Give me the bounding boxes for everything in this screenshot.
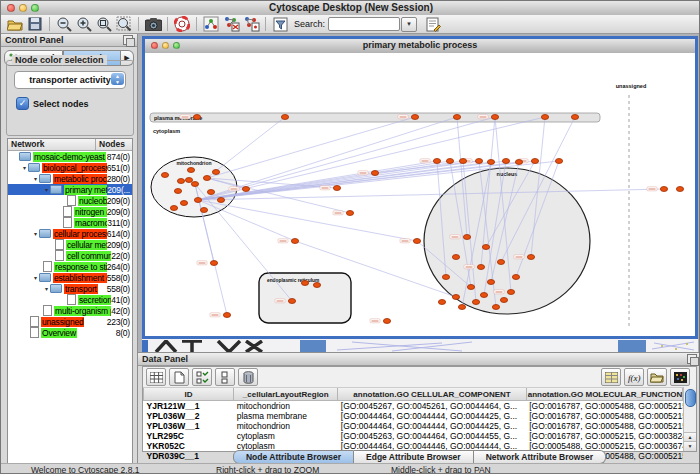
graph-node[interactable] xyxy=(346,211,353,216)
graph-node[interactable] xyxy=(527,255,534,260)
delete-attribute-icon[interactable] xyxy=(238,368,258,386)
search-input[interactable] xyxy=(328,17,400,31)
table-column-header[interactable]: annotation.GO CELLULAR_COMPONENT xyxy=(338,388,526,401)
attribute-editor-icon[interactable] xyxy=(670,368,690,386)
attribute-matrix-icon[interactable] xyxy=(601,368,621,386)
graph-node[interactable] xyxy=(185,178,192,183)
tree-item[interactable]: cell communicat22(0) xyxy=(8,250,132,261)
graph-node[interactable] xyxy=(371,171,378,176)
graph-node[interactable] xyxy=(288,299,295,304)
graph-node[interactable] xyxy=(413,239,420,244)
table-scrollbar[interactable]: ▲ ▼ xyxy=(683,387,696,451)
tree-item[interactable]: ▾primary metabo209(... xyxy=(8,184,132,195)
table-row[interactable]: YPL036W__1mitochondrion[GO:0044464, GO:0… xyxy=(144,421,683,431)
import-attributes-icon[interactable] xyxy=(647,368,667,386)
graph-node[interactable] xyxy=(191,182,198,187)
select-nodes-checkbox[interactable]: ✓ xyxy=(16,97,29,110)
graph-node[interactable] xyxy=(500,298,507,303)
function-builder-icon[interactable]: f(x) xyxy=(624,368,644,386)
unselect-attributes-icon[interactable] xyxy=(215,368,235,386)
graph-node[interactable] xyxy=(301,281,308,286)
table-row[interactable]: YJR121W__1mitochondrion[GO:0045267, GO:0… xyxy=(144,401,683,412)
graph-node[interactable] xyxy=(383,319,390,324)
graph-node[interactable] xyxy=(676,187,683,192)
graph-node[interactable] xyxy=(438,300,445,305)
graph-node[interactable] xyxy=(571,115,578,120)
annotation-icon[interactable] xyxy=(423,16,443,33)
graph-node[interactable] xyxy=(487,280,494,285)
graph-node[interactable] xyxy=(223,313,230,318)
graph-node[interactable] xyxy=(502,159,509,164)
tree-item[interactable]: ▾metabolic process280(0) xyxy=(8,173,132,184)
plasma-membrane-region[interactable] xyxy=(150,113,600,122)
attribute-table-icon[interactable] xyxy=(146,368,166,386)
graph-node[interactable] xyxy=(200,208,207,213)
graph-node[interactable] xyxy=(194,198,201,203)
graph-node[interactable] xyxy=(174,189,181,194)
graph-node[interactable] xyxy=(177,179,184,184)
graph-node[interactable] xyxy=(531,159,538,164)
graph-node[interactable] xyxy=(459,159,466,164)
tree-item[interactable]: mosaic-demo-yeast874(0) xyxy=(8,151,132,162)
select-attributes-icon[interactable] xyxy=(192,368,212,386)
tree-item[interactable]: ▾cellular process614(0) xyxy=(8,228,132,239)
float-panel-icon[interactable] xyxy=(123,35,133,45)
graph-node[interactable] xyxy=(512,275,519,280)
graph-node[interactable] xyxy=(411,115,418,120)
graph-node[interactable] xyxy=(446,159,453,164)
tree-col-nodes[interactable]: Nodes xyxy=(96,139,125,150)
graph-node[interactable] xyxy=(161,173,168,178)
graph-node[interactable] xyxy=(193,115,200,120)
expand-arrow-icon[interactable]: ▾ xyxy=(32,274,39,281)
zoom-selected-icon[interactable] xyxy=(114,16,134,33)
tab-node-attribute-browser[interactable]: Node Attribute Browser xyxy=(233,450,354,464)
graph-node[interactable] xyxy=(210,261,217,266)
tree-item[interactable]: secretion41(0) xyxy=(8,294,132,305)
graph-node[interactable] xyxy=(555,159,562,164)
edit-network-add-icon[interactable] xyxy=(221,16,241,33)
background-window-fragments[interactable] xyxy=(142,339,698,352)
network-canvas[interactable]: plasma membranecytoplasmnucleusmitochond… xyxy=(145,53,695,336)
mitochondrion-region[interactable] xyxy=(151,157,237,217)
graph-node[interactable] xyxy=(313,283,320,288)
graph-node[interactable] xyxy=(281,115,288,120)
graph-node[interactable] xyxy=(477,265,484,270)
tree-item[interactable]: ▾establishment of lo558(0) xyxy=(8,272,132,283)
graph-node[interactable] xyxy=(497,260,504,265)
graph-node[interactable] xyxy=(433,159,440,164)
float-data-panel-icon[interactable] xyxy=(687,354,697,364)
table-column-header[interactable]: annotation.GO MOLECULAR_FUNCTION xyxy=(526,388,682,401)
graph-node[interactable] xyxy=(491,115,498,120)
scrollbar-thumb[interactable] xyxy=(685,389,696,407)
help-icon[interactable] xyxy=(172,16,192,33)
save-icon[interactable] xyxy=(25,16,45,33)
expand-arrow-icon[interactable]: ▾ xyxy=(43,285,50,292)
tree-item[interactable]: cellular metabo209(0) xyxy=(8,239,132,250)
graph-node[interactable] xyxy=(507,290,514,295)
graph-node[interactable] xyxy=(203,176,210,181)
graph-node[interactable] xyxy=(442,275,449,280)
tree-item[interactable]: Overview8(0) xyxy=(8,327,132,338)
network-overview-icon[interactable] xyxy=(201,16,221,33)
edit-network-remove-icon[interactable] xyxy=(241,16,261,33)
nucleus-region[interactable] xyxy=(424,168,590,314)
graph-node[interactable] xyxy=(482,245,489,250)
graph-node[interactable] xyxy=(187,168,194,173)
zoom-out-icon[interactable] xyxy=(54,16,74,33)
table-column-header[interactable]: ID xyxy=(144,388,234,401)
new-attribute-icon[interactable] xyxy=(169,368,189,386)
tree-item[interactable]: nitrogen compo209(0) xyxy=(8,206,132,217)
graph-node[interactable] xyxy=(467,285,474,290)
table-column-header[interactable]: _cellularLayoutRegion xyxy=(234,388,338,401)
tree-item[interactable]: multi-organism pro42(0) xyxy=(8,305,132,316)
graph-node[interactable] xyxy=(207,190,214,195)
table-row[interactable]: YLR295Ccytoplasm[GO:0045263, GO:0044464,… xyxy=(144,431,683,441)
graph-node[interactable] xyxy=(458,305,465,310)
graph-node[interactable] xyxy=(180,201,187,206)
expand-arrow-icon[interactable]: ▾ xyxy=(32,230,39,237)
tree-item[interactable]: response to stimulu264(0) xyxy=(8,261,132,272)
open-icon[interactable] xyxy=(5,16,25,33)
graph-node[interactable] xyxy=(333,186,340,191)
search-dropdown-button[interactable]: ▼ xyxy=(401,17,417,32)
graph-node[interactable] xyxy=(480,293,487,298)
